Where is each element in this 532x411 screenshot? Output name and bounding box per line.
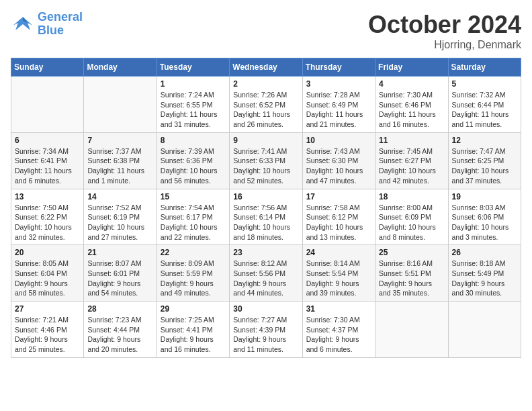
day-info: Sunrise: 7:30 AMSunset: 4:37 PMDaylight:… (306, 315, 371, 355)
calendar-cell (84, 77, 157, 133)
day-number: 22 (161, 248, 226, 257)
day-number: 25 (379, 248, 444, 257)
calendar-cell: 6Sunrise: 7:34 AMSunset: 6:41 PMDaylight… (11, 132, 84, 189)
calendar-cell: 24Sunrise: 8:14 AMSunset: 5:54 PMDayligh… (302, 245, 375, 302)
calendar-cell: 14Sunrise: 7:52 AMSunset: 6:19 PMDayligh… (84, 189, 157, 245)
day-info: Sunrise: 8:07 AMSunset: 6:01 PMDaylight:… (87, 259, 152, 298)
day-number: 11 (379, 136, 444, 145)
day-info: Sunrise: 8:05 AMSunset: 6:04 PMDaylight:… (15, 259, 80, 298)
calendar-cell (448, 302, 521, 358)
day-number: 14 (87, 192, 152, 201)
day-number: 19 (452, 192, 517, 201)
calendar-cell: 11Sunrise: 7:45 AMSunset: 6:27 PMDayligh… (375, 132, 448, 189)
weekday-header: Friday (375, 58, 448, 77)
day-info: Sunrise: 8:09 AMSunset: 5:59 PMDaylight:… (161, 259, 226, 298)
calendar-week-row: 1Sunrise: 7:24 AMSunset: 6:55 PMDaylight… (11, 77, 521, 133)
calendar-cell: 18Sunrise: 8:00 AMSunset: 6:09 PMDayligh… (375, 189, 448, 245)
calendar-cell: 8Sunrise: 7:39 AMSunset: 6:36 PMDaylight… (157, 132, 229, 189)
calendar-cell (375, 302, 448, 358)
weekday-header: Tuesday (157, 58, 229, 77)
calendar-cell: 26Sunrise: 8:18 AMSunset: 5:49 PMDayligh… (448, 245, 521, 302)
day-number: 16 (233, 192, 298, 201)
title-block: October 2024 Hjorring, Denmark (368, 11, 521, 51)
day-number: 18 (379, 192, 444, 201)
day-number: 28 (87, 304, 152, 314)
day-info: Sunrise: 7:39 AMSunset: 6:36 PMDaylight:… (161, 146, 226, 186)
calendar-cell (11, 77, 84, 133)
day-info: Sunrise: 7:43 AMSunset: 6:30 PMDaylight:… (306, 146, 371, 186)
day-info: Sunrise: 7:34 AMSunset: 6:41 PMDaylight:… (15, 146, 80, 186)
weekday-header-row: SundayMondayTuesdayWednesdayThursdayFrid… (11, 58, 521, 77)
day-info: Sunrise: 7:45 AMSunset: 6:27 PMDaylight:… (379, 146, 444, 186)
day-number: 21 (87, 248, 152, 257)
day-info: Sunrise: 8:16 AMSunset: 5:51 PMDaylight:… (379, 259, 444, 298)
calendar-cell: 2Sunrise: 7:26 AMSunset: 6:52 PMDaylight… (230, 77, 302, 133)
day-info: Sunrise: 7:54 AMSunset: 6:17 PMDaylight:… (161, 203, 226, 242)
calendar-table: SundayMondayTuesdayWednesdayThursdayFrid… (11, 58, 521, 358)
calendar-cell: 28Sunrise: 7:23 AMSunset: 4:44 PMDayligh… (84, 302, 157, 358)
day-number: 1 (161, 79, 226, 89)
logo-text: General Blue (38, 11, 83, 38)
day-number: 13 (15, 192, 80, 201)
calendar-cell: 16Sunrise: 7:56 AMSunset: 6:14 PMDayligh… (230, 189, 302, 245)
day-number: 24 (306, 248, 371, 257)
calendar-cell: 25Sunrise: 8:16 AMSunset: 5:51 PMDayligh… (375, 245, 448, 302)
day-number: 31 (306, 304, 371, 314)
calendar-cell: 19Sunrise: 8:03 AMSunset: 6:06 PMDayligh… (448, 189, 521, 245)
month-title: October 2024 (368, 11, 521, 39)
day-number: 3 (306, 79, 371, 89)
weekday-header: Thursday (302, 58, 375, 77)
day-info: Sunrise: 7:24 AMSunset: 6:55 PMDaylight:… (161, 90, 226, 130)
calendar-cell: 5Sunrise: 7:32 AMSunset: 6:44 PMDaylight… (448, 77, 521, 133)
day-info: Sunrise: 7:56 AMSunset: 6:14 PMDaylight:… (233, 203, 298, 242)
day-info: Sunrise: 8:12 AMSunset: 5:56 PMDaylight:… (233, 259, 298, 298)
day-info: Sunrise: 8:03 AMSunset: 6:06 PMDaylight:… (452, 203, 517, 242)
day-number: 29 (161, 304, 226, 314)
page-header: General Blue October 2024 Hjorring, Denm… (11, 11, 521, 51)
day-number: 5 (452, 79, 517, 89)
calendar-cell: 27Sunrise: 7:21 AMSunset: 4:46 PMDayligh… (11, 302, 84, 358)
day-info: Sunrise: 7:32 AMSunset: 6:44 PMDaylight:… (452, 90, 517, 130)
day-info: Sunrise: 7:58 AMSunset: 6:12 PMDaylight:… (306, 203, 371, 242)
calendar-cell: 4Sunrise: 7:30 AMSunset: 6:46 PMDaylight… (375, 77, 448, 133)
day-info: Sunrise: 7:50 AMSunset: 6:22 PMDaylight:… (15, 203, 80, 242)
day-info: Sunrise: 7:30 AMSunset: 6:46 PMDaylight:… (379, 90, 444, 130)
day-info: Sunrise: 7:28 AMSunset: 6:49 PMDaylight:… (306, 90, 371, 130)
calendar-cell: 15Sunrise: 7:54 AMSunset: 6:17 PMDayligh… (157, 189, 229, 245)
calendar-week-row: 27Sunrise: 7:21 AMSunset: 4:46 PMDayligh… (11, 302, 521, 358)
calendar-cell: 10Sunrise: 7:43 AMSunset: 6:30 PMDayligh… (302, 132, 375, 189)
day-number: 12 (452, 136, 517, 145)
weekday-header: Monday (84, 58, 157, 77)
day-info: Sunrise: 7:26 AMSunset: 6:52 PMDaylight:… (233, 90, 298, 130)
day-info: Sunrise: 7:52 AMSunset: 6:19 PMDaylight:… (87, 203, 152, 242)
day-number: 20 (15, 248, 80, 257)
calendar-cell: 13Sunrise: 7:50 AMSunset: 6:22 PMDayligh… (11, 189, 84, 245)
calendar-cell: 21Sunrise: 8:07 AMSunset: 6:01 PMDayligh… (84, 245, 157, 302)
weekday-header: Wednesday (230, 58, 302, 77)
day-number: 15 (161, 192, 226, 201)
calendar-cell: 20Sunrise: 8:05 AMSunset: 6:04 PMDayligh… (11, 245, 84, 302)
day-info: Sunrise: 8:18 AMSunset: 5:49 PMDaylight:… (452, 259, 517, 298)
day-info: Sunrise: 7:37 AMSunset: 6:38 PMDaylight:… (87, 146, 152, 186)
day-number: 6 (15, 136, 80, 145)
weekday-header: Sunday (11, 58, 84, 77)
day-number: 27 (15, 304, 80, 314)
day-info: Sunrise: 7:25 AMSunset: 4:41 PMDaylight:… (161, 315, 226, 355)
day-number: 2 (233, 79, 298, 89)
calendar-cell: 23Sunrise: 8:12 AMSunset: 5:56 PMDayligh… (230, 245, 302, 302)
calendar-week-row: 20Sunrise: 8:05 AMSunset: 6:04 PMDayligh… (11, 245, 521, 302)
day-number: 8 (161, 136, 226, 145)
calendar-cell: 17Sunrise: 7:58 AMSunset: 6:12 PMDayligh… (302, 189, 375, 245)
calendar-cell: 1Sunrise: 7:24 AMSunset: 6:55 PMDaylight… (157, 77, 229, 133)
logo-icon (11, 12, 35, 36)
day-info: Sunrise: 7:27 AMSunset: 4:39 PMDaylight:… (233, 315, 298, 355)
calendar-cell: 29Sunrise: 7:25 AMSunset: 4:41 PMDayligh… (157, 302, 229, 358)
day-number: 7 (87, 136, 152, 145)
day-info: Sunrise: 7:41 AMSunset: 6:33 PMDaylight:… (233, 146, 298, 186)
calendar-cell: 9Sunrise: 7:41 AMSunset: 6:33 PMDaylight… (230, 132, 302, 189)
day-number: 23 (233, 248, 298, 257)
calendar-cell: 31Sunrise: 7:30 AMSunset: 4:37 PMDayligh… (302, 302, 375, 358)
calendar-cell: 30Sunrise: 7:27 AMSunset: 4:39 PMDayligh… (230, 302, 302, 358)
day-number: 9 (233, 136, 298, 145)
calendar-cell: 22Sunrise: 8:09 AMSunset: 5:59 PMDayligh… (157, 245, 229, 302)
